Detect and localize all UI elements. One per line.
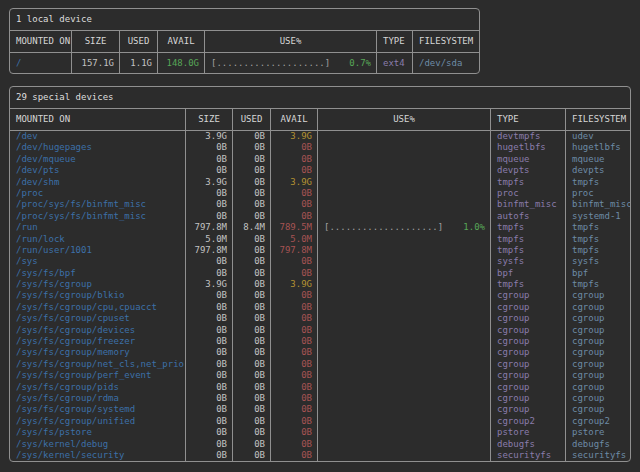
cell-size: 0B [186,256,233,267]
cell-avail: 0B [271,336,318,347]
cell-size: 5.0M [186,234,233,245]
table-header: MOUNTED ON SIZE USED AVAIL USE% TYPE FIL… [10,31,479,53]
cell-filesystem: /dev/sda [413,53,479,73]
cell-use-percent [318,370,491,381]
cell-used: 0B [233,279,271,290]
cell-type: cgroup [491,325,566,336]
cell-used: 0B [233,336,271,347]
cell-used: 0B [233,131,271,142]
table-row: /run797.8M8.4M789.5M[...................… [10,222,630,233]
cell-mounted-on: /sys/fs/cgroup/rdma [10,393,186,404]
cell-use-percent [318,188,491,199]
cell-filesystem: proc [566,188,630,199]
cell-use-percent [318,439,491,450]
cell-size: 0B [186,347,233,358]
cell-filesystem: mqueue [566,154,630,165]
cell-avail: 148.0G [158,53,205,73]
cell-filesystem: securityfs [566,450,630,461]
cell-size: 0B [186,313,233,324]
table-row: /dev3.9G0B3.9Gdevtmpfsudev [10,131,630,142]
cell-type: sysfs [491,256,566,267]
cell-mounted-on: /proc/sys/fs/binfmt_misc [10,199,186,210]
cell-used: 1.1G [120,53,158,73]
special-devices-table: 29 special devices MOUNTED ON SIZE USED … [9,86,631,462]
cell-size: 0B [186,268,233,279]
cell-used: 0B [233,268,271,279]
cell-use-percent [318,404,491,415]
cell-filesystem: udev [566,131,630,142]
cell-use-percent [318,211,491,222]
cell-avail: 0B [271,347,318,358]
cell-use-percent [318,313,491,324]
cell-mounted-on: /sys/fs/bpf [10,268,186,279]
cell-mounted-on: /dev/shm [10,177,186,188]
cell-type: cgroup [491,359,566,370]
cell-avail: 0B [271,290,318,301]
cell-mounted-on: /sys/kernel/security [10,450,186,461]
cell-used: 0B [233,416,271,427]
cell-mounted-on: /dev/hugepages [10,142,186,153]
cell-avail: 0B [271,439,318,450]
cell-filesystem: tmpfs [566,177,630,188]
table-row: /dev/shm3.9G0B3.9Gtmpfstmpfs [10,177,630,188]
cell-mounted-on: /sys/fs/cgroup/devices [10,325,186,336]
cell-type: proc [491,188,566,199]
cell-filesystem: tmpfs [566,222,630,233]
cell-avail: 0B [271,370,318,381]
cell-use-percent [318,199,491,210]
cell-used: 0B [233,199,271,210]
cell-mounted-on: /sys/fs/cgroup/systemd [10,404,186,415]
column-header-size: SIZE [186,109,233,130]
cell-filesystem: binfmt_misc [566,199,630,210]
table-row: /sys/fs/cgroup/blkio0B0B0Bcgroupcgroup [10,290,630,301]
cell-avail: 0B [271,416,318,427]
cell-avail: 3.9G [271,279,318,290]
cell-use-percent [318,165,491,176]
column-header-filesystem: FILESYSTEM [566,109,630,130]
cell-used: 0B [233,211,271,222]
column-header-type: TYPE [491,109,566,130]
column-header-avail: AVAIL [158,31,205,52]
cell-type: cgroup2 [491,416,566,427]
cell-mounted-on: /sys/fs/cgroup/blkio [10,290,186,301]
column-header-avail: AVAIL [271,109,318,130]
cell-avail: 0B [271,382,318,393]
cell-mounted-on: /dev/pts [10,165,186,176]
cell-avail: 789.5M [271,222,318,233]
cell-avail: 0B [271,450,318,461]
cell-filesystem: debugfs [566,439,630,450]
cell-filesystem: sysfs [566,256,630,267]
cell-size: 3.9G [186,279,233,290]
table-body: /157.1G1.1G148.0G[....................]0… [10,53,479,73]
cell-avail: 0B [271,268,318,279]
cell-mounted-on: /sys/fs/cgroup/pids [10,382,186,393]
cell-filesystem: tmpfs [566,234,630,245]
cell-size: 0B [186,416,233,427]
column-header-mounted-on: MOUNTED ON [10,109,186,130]
column-header-use-percent: USE% [205,31,377,52]
table-row: /sys/fs/cgroup/pids0B0B0Bcgroupcgroup [10,382,630,393]
table-row: /proc/sys/fs/binfmt_misc0B0B0Bbinfmt_mis… [10,199,630,210]
cell-use-percent: [....................]0.7% [205,53,377,73]
cell-avail: 0B [271,302,318,313]
cell-type: cgroup [491,290,566,301]
cell-size: 0B [186,382,233,393]
cell-type: cgroup [491,382,566,393]
table-row: /sys/fs/cgroup/memory0B0B0Bcgroupcgroup [10,347,630,358]
cell-mounted-on: /sys/fs/cgroup/cpuset [10,313,186,324]
cell-type: hugetlbfs [491,142,566,153]
cell-filesystem: cgroup [566,404,630,415]
cell-filesystem: cgroup [566,290,630,301]
table-row: /sys/fs/cgroup/cpu,cpuacct0B0B0Bcgroupcg… [10,302,630,313]
table-row: /sys/fs/cgroup/rdma0B0B0Bcgroupcgroup [10,393,630,404]
table-row: /sys/fs/cgroup/unified0B0B0Bcgroup2cgrou… [10,416,630,427]
cell-mounted-on: /sys/kernel/debug [10,439,186,450]
cell-used: 0B [233,347,271,358]
cell-use-percent [318,427,491,438]
cell-avail: 0B [271,142,318,153]
cell-filesystem: cgroup [566,336,630,347]
cell-size: 0B [186,302,233,313]
cell-size: 797.8M [186,222,233,233]
table-row: /run/lock5.0M0B5.0Mtmpfstmpfs [10,234,630,245]
cell-filesystem: systemd-1 [566,211,630,222]
